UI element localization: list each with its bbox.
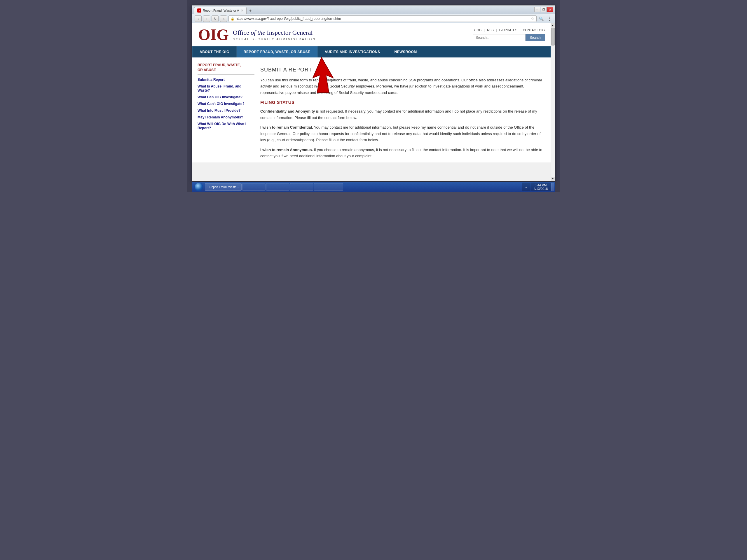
forward-btn[interactable]: ›	[203, 16, 210, 22]
window-controls: ─ ❐ ✕	[534, 7, 553, 14]
logo-area: OIG Office of the Inspector General SOCI…	[198, 27, 316, 43]
clock-date: 4/13/2018	[534, 187, 548, 190]
home-btn[interactable]: ⌂	[220, 16, 227, 22]
sidebar-link-info[interactable]: What Info Must I Provide?	[198, 108, 254, 113]
nav-item-report[interactable]: REPORT FRAUD, WASTE, OR ABUSE	[237, 46, 318, 57]
top-links: BLOG | RSS | E-UPDATES | CONTACT OIG	[473, 28, 545, 32]
browser-controls: ‹ › ↻ ⌂ 🔒 ☆ 🔍	[192, 14, 555, 23]
taskbar-label-1: Report Fraud, Waste...	[209, 186, 239, 189]
office-title: Office of the Inspector General	[233, 29, 316, 36]
taskbar: ! Report Fraud, Waste... ▲ 3:44 PM 4/13/…	[192, 182, 555, 192]
filing-heading: FILING STATUS	[260, 100, 545, 105]
filing-label-1: Confidentiality and Anonymity	[260, 109, 315, 113]
search-area: Search	[473, 34, 545, 41]
refresh-btn[interactable]: ↻	[211, 16, 218, 22]
main-content: SUBMIT A REPORT You can use this online …	[260, 63, 545, 162]
browser-content-wrapper: OIG Office of the Inspector General SOCI…	[192, 23, 555, 181]
eupdates-link[interactable]: E-UPDATES	[499, 28, 517, 32]
notification-area[interactable]: ▲	[522, 183, 530, 191]
sidebar-link-do-with[interactable]: What Will OIG Do With What I Report?	[198, 122, 254, 130]
tab-close-icon[interactable]: ✕	[241, 9, 243, 12]
content-area: REPORT FRAUD, WASTE,OR ABUSE Submit a Re…	[192, 57, 550, 162]
taskbar-icon-1: !	[207, 186, 208, 189]
scroll-up-btn[interactable]: ▲	[551, 23, 555, 27]
separator-3: |	[520, 28, 520, 32]
site-header: OIG Office of the Inspector General SOCI…	[192, 23, 550, 46]
address-lock-icon: 🔒	[231, 17, 235, 21]
filing-label-2: I wish to remain Confidential.	[260, 125, 313, 130]
search-input[interactable]	[473, 34, 525, 41]
tab-title: Report Fraud, Waste or A	[203, 9, 239, 12]
browser-window: ! Report Fraud, Waste or A ✕ + ─ ❐ ✕ ‹ ›…	[192, 5, 555, 181]
minimize-btn[interactable]: ─	[534, 7, 540, 12]
browser-menu-icon[interactable]	[546, 16, 552, 22]
close-btn[interactable]: ✕	[547, 7, 553, 12]
separator-1: |	[484, 28, 485, 32]
rss-link[interactable]: RSS	[487, 28, 494, 32]
system-clock: 3:44 PM 4/13/2018	[531, 183, 551, 191]
scrollbar[interactable]: ▲ ▼	[550, 23, 555, 181]
taskbar-btn-4[interactable]	[290, 183, 313, 191]
nav-item-newsroom[interactable]: NEWSROOM	[387, 46, 424, 57]
browser-tab[interactable]: ! Report Fraud, Waste or A ✕	[194, 7, 247, 14]
show-desktop-btn[interactable]	[551, 183, 554, 191]
ssa-subtitle: SOCIAL SECURITY ADMINISTRATION	[233, 37, 316, 41]
browser-search-icon[interactable]: 🔍	[538, 16, 544, 22]
blog-link[interactable]: BLOG	[473, 28, 482, 32]
address-input[interactable]	[236, 17, 530, 21]
sidebar-link-cant-investigate[interactable]: What Can't OIG Investigate?	[198, 102, 254, 106]
main-nav: ABOUT THE OIG REPORT FRAUD, WASTE, OR AB…	[192, 46, 550, 57]
filing-option-1: Confidentiality and Anonymity is not req…	[260, 108, 545, 121]
nav-item-about[interactable]: ABOUT THE OIG	[192, 46, 237, 57]
sidebar-link-submit[interactable]: Submit a Report	[198, 78, 254, 82]
back-btn[interactable]: ‹	[195, 16, 202, 22]
start-orb	[194, 183, 203, 191]
clock-time: 3:44 PM	[535, 183, 547, 187]
sidebar-link-investigate[interactable]: What Can OIG Investigate?	[198, 95, 254, 99]
tab-favicon: !	[197, 8, 201, 12]
restore-btn[interactable]: ❐	[541, 7, 546, 12]
sidebar-link-abuse[interactable]: What Is Abuse, Fraud, and Waste?	[198, 84, 254, 92]
separator-2: |	[496, 28, 497, 32]
taskbar-btn-5[interactable]	[314, 183, 343, 191]
intro-paragraph: You can use this online form to report a…	[260, 77, 545, 96]
new-tab-btn[interactable]: +	[248, 7, 253, 14]
address-bar-container[interactable]: 🔒 ☆	[229, 16, 537, 22]
sidebar-divider	[198, 74, 254, 75]
taskbar-btn-1[interactable]: ! Report Fraud, Waste...	[205, 183, 241, 191]
browser-content-inner: OIG Office of the Inspector General SOCI…	[192, 23, 550, 181]
start-button[interactable]	[193, 182, 204, 192]
site-title-block: Office of the Inspector General SOCIAL S…	[233, 29, 316, 41]
nav-item-audits[interactable]: AUDITS AND INVESTIGATIONS	[318, 46, 387, 57]
filing-option-3: I wish to remain Anonymous. If you choos…	[260, 147, 545, 159]
contact-oig-link[interactable]: CONTACT OIG	[523, 28, 545, 32]
taskbar-right: ▲ 3:44 PM 4/13/2018	[522, 183, 554, 191]
bookmark-star-icon[interactable]: ☆	[531, 16, 535, 21]
taskbar-btn-2[interactable]	[242, 183, 265, 191]
scroll-down-btn[interactable]: ▼	[551, 177, 555, 181]
filing-option-2: I wish to remain Confidential. You may c…	[260, 124, 545, 143]
header-right: BLOG | RSS | E-UPDATES | CONTACT OIG Sea…	[473, 28, 545, 41]
page-title: SUBMIT A REPORT	[260, 67, 545, 73]
sidebar-link-anonymous[interactable]: May I Remain Anonymous?	[198, 115, 254, 119]
oig-logo: OIG	[198, 27, 229, 43]
browser-titlebar: ! Report Fraud, Waste or A ✕ + ─ ❐ ✕	[192, 5, 555, 14]
filing-label-3: I wish to remain Anonymous.	[260, 148, 313, 152]
sidebar-heading: REPORT FRAUD, WASTE,OR ABUSE	[198, 63, 254, 73]
taskbar-btn-3[interactable]	[266, 183, 289, 191]
monitor-frame: ! Report Fraud, Waste or A ✕ + ─ ❐ ✕ ‹ ›…	[187, 0, 560, 192]
scroll-thumb[interactable]	[551, 28, 555, 46]
sidebar: REPORT FRAUD, WASTE,OR ABUSE Submit a Re…	[198, 63, 254, 162]
search-button[interactable]: Search	[525, 34, 545, 41]
logo-text: OIG	[198, 26, 229, 44]
